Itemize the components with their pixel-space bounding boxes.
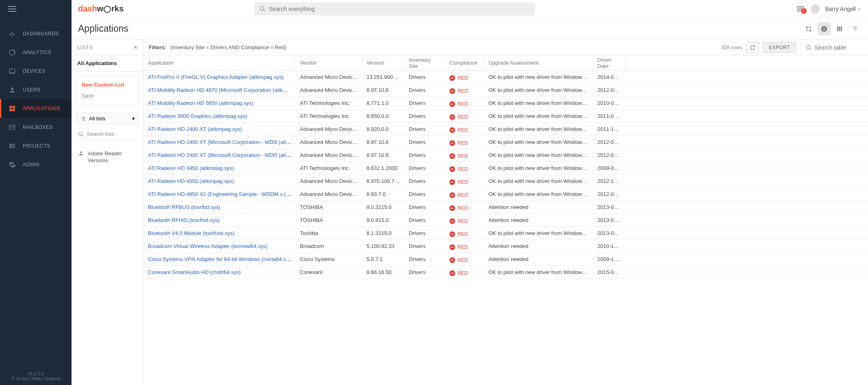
- footer-links[interactable]: © Juriba | Help | Support: [0, 376, 72, 381]
- cell-upgrade-assessment: Attention needed: [484, 243, 593, 249]
- user-menu[interactable]: Barry Angell: [825, 6, 861, 12]
- cell-inventory-site: Drivers: [405, 217, 445, 223]
- svg-rect-8: [13, 106, 15, 108]
- application-link[interactable]: ATI Radeon HD 2400 XT (Microsoft Corpora…: [148, 152, 296, 158]
- table-search-input[interactable]: [814, 44, 863, 51]
- table-row: ATI Radeon HD 4850 X2 (Engineering Sampl…: [144, 188, 868, 201]
- nav-item-devices[interactable]: DEVICES: [0, 62, 72, 80]
- application-link[interactable]: Cisco Systems VPN Adapter for 64-bit Win…: [148, 256, 293, 262]
- application-link[interactable]: ATI Radeon 3000 Graphics (atikmpag.sys): [148, 113, 247, 119]
- cell-inventory-site: Drivers: [405, 74, 445, 80]
- table-row: ATI Radeon HD 3450 (atikmdag.sys)ATI Tec…: [144, 162, 868, 175]
- avatar[interactable]: [811, 4, 820, 13]
- save-list-button[interactable]: Save: [82, 93, 94, 99]
- col-compliance[interactable]: Compliance: [445, 55, 484, 70]
- cell-vendor: ATI Technologies Inc.: [296, 165, 362, 171]
- global-search[interactable]: [254, 2, 535, 15]
- application-link[interactable]: ATI Radeon HD 4550 (atikmpag.sys): [148, 178, 234, 184]
- cell-version: 8.93.7.0: [362, 191, 405, 197]
- cell-compliance: RED: [445, 269, 484, 276]
- red-dot-icon: [449, 270, 455, 276]
- cell-driver-date: 2009-11-20: [593, 256, 626, 262]
- col-driver-date[interactable]: Driver Date: [593, 55, 626, 70]
- close-icon[interactable]: ✕: [133, 44, 138, 50]
- table-search[interactable]: [800, 40, 863, 55]
- application-link[interactable]: ATI Radeon HD 4850 X2 (Engineering Sampl…: [148, 191, 296, 197]
- new-custom-list-button[interactable]: New Custom List: [82, 82, 133, 88]
- nav-item-analytics[interactable]: ANALYTICS: [0, 43, 72, 62]
- all-applications-link[interactable]: All Applications: [72, 55, 143, 72]
- cell-application: ATI Radeon HD 2400 XT (Microsoft Corpora…: [144, 139, 296, 145]
- info-icon[interactable]: [818, 22, 831, 35]
- red-dot-icon: [449, 75, 455, 81]
- col-inventory-site[interactable]: Inventory Site: [405, 55, 445, 70]
- svg-point-16: [260, 7, 264, 10]
- saved-list-item[interactable]: Adobe Reader Versions: [76, 147, 139, 167]
- svg-point-14: [11, 144, 11, 145]
- cell-vendor: Advanced Micro Devices, Inc.: [296, 139, 362, 145]
- cell-upgrade-assessment: OK to pilot with new driver from Windows…: [484, 87, 593, 93]
- cell-application: ATI Radeon 3000 Graphics (atikmpag.sys): [144, 113, 296, 119]
- red-dot-icon: [449, 179, 455, 185]
- table-row: Bluetooth V4.0 Module (tosrfusb.sys)Tosh…: [144, 227, 868, 240]
- cell-driver-date: 2011-04-19: [593, 113, 626, 119]
- table-row: Cisco Systems VPN Adapter for 64-bit Win…: [144, 253, 868, 266]
- columns-icon[interactable]: [833, 22, 846, 35]
- application-link[interactable]: ATI Radeon HD 2400 XT (Microsoft Corpora…: [148, 139, 296, 145]
- application-link[interactable]: Conexant SmartAudio HD (chdrt64.sys): [148, 269, 241, 275]
- crop-icon[interactable]: [802, 22, 815, 35]
- cell-upgrade-assessment: OK to pilot with new driver from Windows…: [484, 191, 593, 197]
- notifications-button[interactable]: 1: [796, 5, 805, 13]
- export-button[interactable]: EXPORT: [763, 42, 796, 53]
- application-link[interactable]: Bluetooth V4.0 Module (tosrfusb.sys): [148, 230, 234, 236]
- application-link[interactable]: ATI Radeon HD 2400 XT (atikmpag.sys): [148, 126, 242, 132]
- col-upgrade-assessment[interactable]: Upgrade Assessment: [484, 55, 593, 70]
- application-link[interactable]: Broadcom Virtual Wireless Adapter (bcmvw…: [148, 243, 268, 249]
- cell-vendor: Conexant: [296, 269, 362, 275]
- application-link[interactable]: ATI Mobility Radeon HD 5650 (atikmpag.sy…: [148, 100, 253, 106]
- logo[interactable]: dashwrks: [78, 4, 124, 13]
- application-link[interactable]: Bluetooth RFBUS (tosrfbd.sys): [148, 204, 220, 210]
- cell-upgrade-assessment: OK to pilot with new driver from Windows…: [484, 139, 593, 145]
- nav-item-users[interactable]: USERS: [0, 80, 72, 99]
- refresh-button[interactable]: [746, 42, 759, 53]
- svg-rect-7: [9, 106, 12, 108]
- cell-application: ATI Radeon HD 3450 (atikmdag.sys): [144, 165, 296, 171]
- nav-icon: [8, 86, 16, 94]
- cell-version: 8.1.3215.0: [362, 230, 405, 236]
- svg-point-35: [79, 132, 82, 135]
- cell-inventory-site: Drivers: [405, 204, 445, 210]
- nav-icon: [8, 48, 16, 57]
- global-search-input[interactable]: [269, 6, 530, 12]
- col-version[interactable]: Version: [362, 55, 405, 70]
- menu-toggle-icon[interactable]: [8, 6, 16, 12]
- search-icon: [78, 131, 84, 137]
- svg-line-17: [263, 10, 265, 11]
- nav-icon: [8, 30, 16, 38]
- cell-compliance: RED: [445, 126, 484, 133]
- application-link[interactable]: ATI Mobility Radeon HD 4670 (Microsoft C…: [148, 87, 296, 93]
- all-lists-dropdown[interactable]: All lists ▾: [76, 113, 139, 124]
- cell-upgrade-assessment: OK to pilot with new driver from Windows…: [484, 100, 593, 106]
- cell-inventory-site: Drivers: [405, 87, 445, 93]
- cell-vendor: Advanced Micro Devices, Inc.: [296, 126, 362, 132]
- red-dot-icon: [449, 166, 455, 172]
- application-link[interactable]: ATI FirePro V (FireGL V) Graphics Adapte…: [148, 74, 284, 80]
- filter-icon[interactable]: [848, 22, 861, 35]
- application-link[interactable]: Bluetooth RFHID (tosrfhid.sys): [148, 217, 219, 223]
- svg-rect-9: [9, 109, 12, 111]
- cell-vendor: Cisco Systems: [296, 256, 362, 262]
- cell-inventory-site: Drivers: [405, 191, 445, 197]
- notif-badge: 1: [801, 8, 807, 14]
- col-vendor[interactable]: Vendor: [296, 55, 362, 70]
- rows-count: 308 rows: [721, 44, 742, 50]
- col-application[interactable]: Application: [144, 55, 296, 70]
- nav-item-dashboards[interactable]: DASHBOARDS: [0, 24, 72, 43]
- nav-item-admin[interactable]: ADMIN: [0, 155, 72, 174]
- nav-item-applications[interactable]: APPLICATIONS: [0, 99, 72, 118]
- nav-item-projects[interactable]: PROJECTS: [0, 137, 72, 155]
- search-lists[interactable]: Search lists: [76, 128, 139, 140]
- application-link[interactable]: ATI Radeon HD 3450 (atikmdag.sys): [148, 165, 234, 171]
- nav-item-mailboxes[interactable]: MAILBOXES: [0, 118, 72, 137]
- cell-vendor: Advanced Micro Devices, Inc.: [296, 74, 362, 80]
